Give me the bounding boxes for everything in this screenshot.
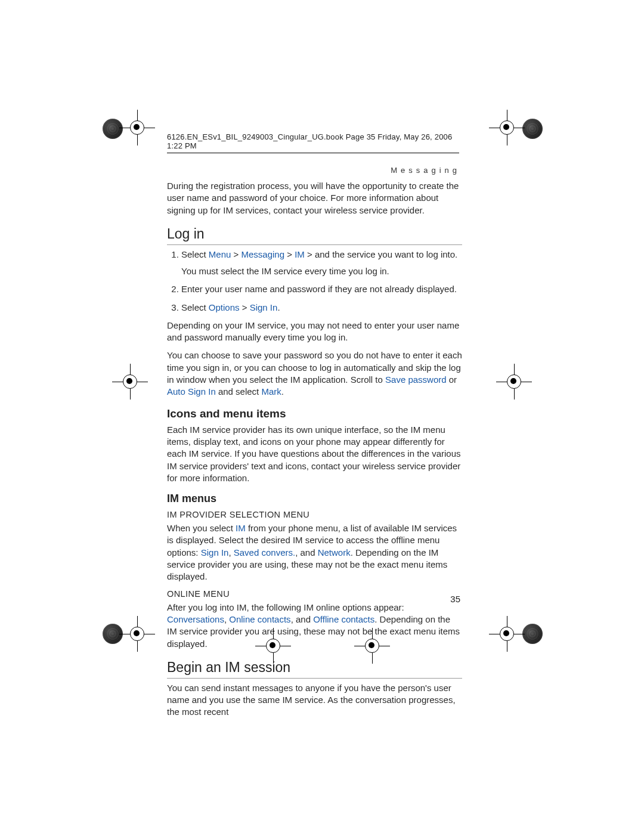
login-after-a: Depending on your IM service, you may no… (167, 320, 462, 344)
heading-im-menus: IM menus (167, 491, 462, 506)
heading-provider-menu: IM PROVIDER SELECTION MENU (167, 509, 462, 521)
txt: and select (216, 386, 262, 397)
login-step-1: Select Menu > Messaging > IM > and the s… (181, 249, 462, 278)
ui-im: IM (236, 523, 246, 533)
txt: , (228, 547, 233, 558)
login-steps: Select Menu > Messaging > IM > and the s… (167, 249, 462, 314)
txt: After you log into IM, the following IM … (167, 602, 404, 612)
session-paragraph: You can send instant messages to anyone … (167, 682, 462, 719)
page: { "header": { "crop_line": "6126.EN_ESv1… (0, 0, 644, 833)
sep: > (231, 249, 241, 259)
step1-prefix: Select (181, 249, 209, 259)
login-step-3: Select Options > Sign In. (181, 302, 462, 314)
ui-sign-in: Sign In (250, 302, 278, 312)
login-step-2: Enter your user name and password if the… (181, 283, 462, 295)
page-number: 35 (450, 594, 460, 604)
heading-icons: Icons and menu items (167, 406, 462, 422)
step1-suffix: and the service you want to log into. (315, 249, 457, 259)
online-menu-paragraph: After you log into IM, the following IM … (167, 602, 462, 650)
ornament-bottom-right (522, 624, 543, 644)
sep: > (305, 249, 315, 259)
sep: > (284, 249, 295, 259)
ui-network: Network (318, 547, 351, 558)
login-after-b: You can choose to save your password so … (167, 349, 462, 398)
ui-online-contacts: Online contacts (229, 614, 290, 624)
provider-menu-paragraph: When you select IM from your phone menu,… (167, 522, 462, 583)
regmark (489, 616, 525, 652)
heading-log-in: Log in (167, 225, 462, 245)
txt: , and (295, 547, 318, 558)
intro-paragraph: During the registration process, you wil… (167, 180, 462, 216)
icons-paragraph: Each IM service provider has its own uni… (167, 424, 462, 484)
ui-menu: Menu (209, 249, 231, 259)
txt: or (447, 374, 457, 385)
ui-sign-in: Sign In (201, 547, 229, 558)
ui-conversations: Conversations (167, 614, 224, 624)
regmark (119, 110, 155, 145)
heading-online-menu: ONLINE MENU (167, 589, 462, 600)
sep: > (240, 302, 250, 312)
txt: , (224, 614, 229, 624)
ui-im: IM (295, 249, 305, 259)
regmark (489, 110, 525, 145)
regmark (119, 616, 155, 652)
txt: , and (291, 614, 314, 624)
ui-save-password: Save password (385, 374, 447, 385)
step1-note: You must select the IM service every tim… (181, 266, 389, 276)
regmark (112, 364, 148, 400)
regmark (496, 364, 532, 400)
ui-mark: Mark (261, 386, 281, 397)
ui-auto-sign-in: Auto Sign In (167, 386, 216, 397)
ui-options: Options (209, 302, 240, 312)
crop-header-line: 6126.EN_ESv1_BIL_9249003_Cingular_UG.boo… (167, 132, 459, 153)
txt: When you select (167, 523, 236, 533)
crop-header-text: 6126.EN_ESv1_BIL_9249003_Cingular_UG.boo… (167, 132, 452, 150)
ornament-top-right (522, 119, 543, 139)
ui-offline-contacts: Offline contacts (313, 614, 374, 624)
heading-begin-session: Begin an IM session (167, 658, 462, 679)
ui-messaging: Messaging (242, 249, 285, 259)
ui-saved-convers: Saved convers. (234, 547, 295, 558)
step3-suffix: . (277, 302, 280, 312)
content: During the registration process, you wil… (167, 180, 462, 724)
running-head: Messaging (391, 166, 460, 175)
txt: . (281, 386, 284, 397)
step3-prefix: Select (181, 302, 209, 312)
